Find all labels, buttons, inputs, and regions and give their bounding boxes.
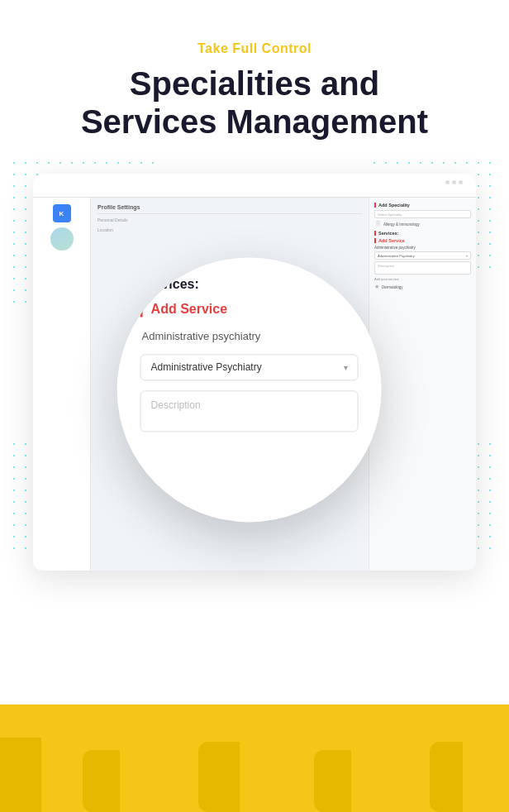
sidebar-avatar — [50, 227, 74, 251]
right-panel: Add Speciality Select Speciality 🦷 Aller… — [369, 198, 476, 571]
circle-dropdown[interactable]: Administrative Psychiatry ▾ — [140, 354, 359, 380]
circle-magnifier: Services: Add Service Administrative psy… — [117, 257, 382, 522]
admin-psychiatry-panel: Administrative psychiatry — [374, 246, 471, 250]
divider — [98, 213, 362, 214]
svg-rect-9 — [463, 742, 509, 812]
svg-rect-1 — [41, 738, 74, 812]
derm-star-icon: ★ — [374, 284, 379, 290]
admin-dropdown-panel: Administrative Psychiatry ▾ — [374, 251, 471, 260]
app-sidebar: K — [33, 198, 91, 571]
tagline: Take Full Control — [17, 41, 492, 56]
circle-service-name: Administrative psychiatry — [140, 330, 359, 342]
profile-settings-header: Profile Settings — [98, 204, 362, 210]
top-section: Take Full Control Specialities and Servi… — [0, 0, 509, 157]
svg-rect-3 — [120, 750, 149, 812]
main-title: Specialities and Services Management — [17, 64, 492, 141]
sidebar-logo: K — [53, 204, 71, 222]
dot3 — [459, 180, 463, 184]
dot1 — [445, 180, 450, 184]
chevron-down-icon: ▾ — [466, 254, 468, 258]
dermatology-text: Dermatology — [382, 285, 403, 289]
add-your-service-panel: Add your service — [374, 277, 471, 281]
tooth-icon: 🦷 — [374, 221, 381, 227]
dermatology-row: ★ Dermatology — [374, 284, 471, 290]
yellow-bottom-section — [0, 705, 509, 812]
allergy-text: Allergy & Immunology — [383, 222, 420, 227]
yellow-shapes-svg — [0, 705, 509, 812]
allergy-item-row: 🦷 Allergy & Immunology — [374, 221, 471, 227]
visual-section: K Profile Settings Personal Details Loca… — [0, 149, 509, 620]
topbar-dots — [445, 180, 463, 184]
dot2 — [452, 180, 456, 184]
svg-rect-5 — [240, 742, 273, 812]
circle-description[interactable]: Description — [140, 390, 359, 432]
add-service-panel: Add Service — [374, 238, 471, 243]
location-text: Location — [98, 227, 362, 232]
circle-dropdown-text: Administrative Psychiatry — [151, 361, 262, 373]
personal-details-text: Personal Details — [98, 217, 362, 222]
chevron-down-icon: ▾ — [344, 363, 348, 372]
circle-add-service: Add Service — [140, 302, 359, 317]
services-panel-label: Services: — [374, 231, 471, 236]
add-speciality-title: Add Speciality — [374, 203, 471, 208]
description-panel: Description — [374, 261, 471, 275]
select-speciality-input: Select Speciality — [374, 210, 471, 218]
svg-rect-7 — [351, 750, 380, 812]
